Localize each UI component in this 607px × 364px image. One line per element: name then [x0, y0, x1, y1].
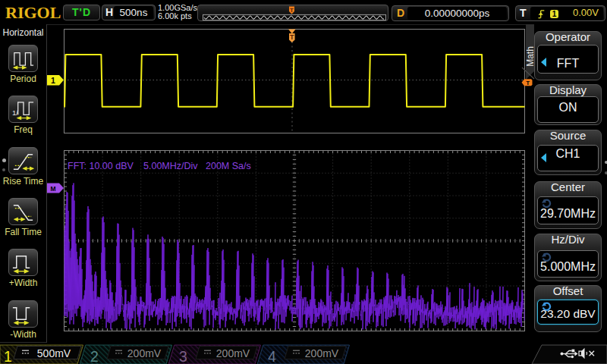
svg-text:5.00MHz/Div: 5.00MHz/Div: [143, 161, 198, 171]
svg-text:1: 1: [4, 348, 12, 364]
svg-text:4: 4: [268, 348, 276, 364]
svg-text:200mV: 200mV: [305, 347, 339, 359]
svg-text:3: 3: [179, 348, 187, 364]
svg-text:2: 2: [90, 348, 99, 364]
svg-text:1/: 1/: [12, 109, 18, 118]
svg-text:T: T: [290, 33, 294, 41]
svg-text:FFT: 10.00 dBV: FFT: 10.00 dBV: [68, 161, 134, 171]
svg-text:M: M: [50, 185, 55, 193]
svg-text:200M Sa/s: 200M Sa/s: [206, 161, 251, 171]
svg-text:500mV: 500mV: [37, 347, 71, 359]
svg-text:200mV: 200mV: [216, 347, 250, 359]
svg-text:T: T: [526, 80, 530, 86]
svg-text:T: T: [290, 7, 294, 14]
svg-text:200mV: 200mV: [127, 347, 162, 359]
svg-text:1: 1: [51, 76, 55, 85]
